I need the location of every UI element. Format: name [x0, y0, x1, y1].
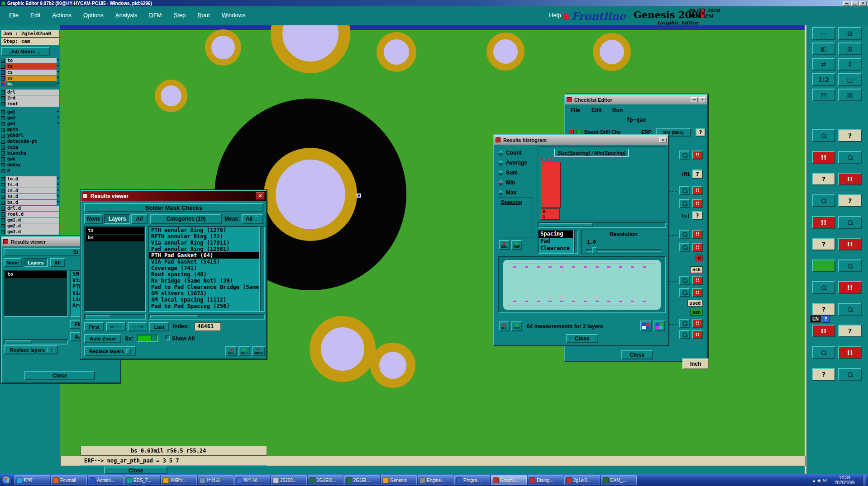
- layer-name[interactable]: cs: [6, 70, 57, 75]
- toolbar-magnifier-button[interactable]: [838, 151, 862, 164]
- os-window-titlebar[interactable]: Graphic Editor 9.07b2 (00@HY-HYCAM-PC185…: [0, 0, 868, 6]
- layer-name[interactable]: gm1.d: [6, 217, 59, 223]
- layer-row-gm2[interactable]: gm2*: [1, 115, 59, 121]
- layer-visibility-checkbox[interactable]: [1, 59, 5, 63]
- toolbar-magnifier-button[interactable]: [838, 216, 862, 229]
- layer-row-to.d[interactable]: to.d*: [1, 176, 59, 182]
- layer-row-dwk[interactable]: dwk: [1, 156, 59, 162]
- layer-name[interactable]: datecode-pt: [6, 139, 59, 144]
- h-scrollbar[interactable]: [4, 339, 68, 344]
- layers-grid-button[interactable]: [653, 321, 665, 331]
- magnifier-button[interactable]: [679, 243, 690, 252]
- toolbar-button[interactable]: ▤: [812, 89, 835, 101]
- scroll-thumb[interactable]: [150, 315, 199, 318]
- undo-button[interactable]: ↶ UNDO: [252, 346, 265, 356]
- filter-layers-button[interactable]: Layers: [104, 214, 130, 224]
- tray-icon[interactable]: ✉: [823, 478, 827, 483]
- toolbar-button[interactable]: ◧: [812, 42, 835, 55]
- toolbar-magnifier-button[interactable]: [838, 260, 862, 272]
- layer-row-drl[interactable]: drl: [1, 90, 59, 95]
- histogram-titlebar[interactable]: Results histogram ✕: [494, 135, 668, 145]
- ime-help-icon[interactable]: ?: [822, 315, 830, 323]
- toolbar-button[interactable]: ⊡: [838, 27, 862, 40]
- layer-name[interactable]: gm1: [6, 109, 57, 115]
- nav-prev-button[interactable]: <---: [106, 322, 126, 331]
- toolbar-magnifier-button[interactable]: [812, 346, 835, 359]
- viewer1-category[interactable]: SM local spacing (1112): [149, 297, 259, 303]
- toolbar-help-button[interactable]: ?: [838, 325, 862, 337]
- layer-row-2rd[interactable]: 2rd: [1, 95, 59, 101]
- stat-average[interactable]: Average: [499, 158, 527, 168]
- layer-name[interactable]: ss: [6, 75, 57, 81]
- layer-visibility-checkbox[interactable]: [1, 195, 5, 199]
- filter-all-button[interactable]: All: [50, 258, 65, 267]
- layer-visibility-checkbox[interactable]: [1, 146, 5, 150]
- viewer1-close-button[interactable]: Close: [104, 467, 167, 474]
- layer-name[interactable]: dwk: [6, 156, 59, 162]
- layer-row-d[interactable]: d: [1, 168, 59, 174]
- filter-all-button[interactable]: All: [131, 214, 148, 224]
- menubar-red-button[interactable]: [701, 9, 705, 13]
- alarm-button[interactable]: !!: [692, 319, 703, 328]
- alarm-button[interactable]: !!: [692, 288, 703, 297]
- taskbar-clock[interactable]: 14:34 2020/10/9: [830, 475, 859, 485]
- taskbar-item[interactable]: Genesis: [381, 475, 417, 485]
- layer-visibility-checkbox[interactable]: [1, 224, 5, 228]
- measure-list[interactable]: SpacingPadClearance: [538, 230, 574, 254]
- layer-row-ts.d[interactable]: ts.d*: [1, 182, 59, 188]
- index-value-field[interactable]: 46461: [195, 322, 221, 331]
- taskbar-item[interactable]: 钉钉: [14, 475, 50, 485]
- toolbar-alarm-button[interactable]: !!: [838, 173, 862, 185]
- alarm-button[interactable]: !!: [692, 151, 703, 160]
- v-scrollbar[interactable]: [260, 226, 265, 312]
- filter-none-button[interactable]: None: [84, 214, 103, 224]
- layer-name[interactable]: mpth: [6, 127, 59, 132]
- toolbar-alarm-button[interactable]: !!: [812, 216, 835, 229]
- layer-visibility-checkbox[interactable]: [1, 177, 5, 181]
- resolution-value[interactable]: 1.0: [587, 239, 596, 245]
- categories-header[interactable]: Categories (19): [150, 214, 222, 224]
- toolbar-button[interactable]: ⊞: [838, 42, 862, 55]
- layer-name[interactable]: cs.d: [6, 188, 57, 193]
- layer-visibility-checkbox[interactable]: [1, 65, 5, 69]
- toolbar-help-button[interactable]: ?: [812, 173, 835, 185]
- layer-visibility-checkbox[interactable]: [1, 189, 5, 193]
- job-matrix-button[interactable]: Job Matrix ...: [1, 47, 50, 56]
- alarm-button[interactable]: !!: [692, 243, 703, 252]
- repair-button[interactable]: REP: [511, 321, 522, 331]
- toolbar-help-button[interactable]: ?: [812, 303, 835, 316]
- layer-visibility-checkbox[interactable]: [1, 163, 5, 167]
- viewer1-category[interactable]: Pad to Pad Clearance Bridge (Same: [149, 284, 259, 290]
- layer-name[interactable]: ss.d: [6, 194, 57, 199]
- viewer2-replace-layers-button[interactable]: Replace layers: [4, 345, 58, 354]
- toolbar-magnifier-button[interactable]: [812, 281, 835, 294]
- viewer1-category[interactable]: Via annular Ring (17811): [149, 240, 259, 246]
- viewer1-category[interactable]: No bridge (Same Net) (39): [149, 278, 259, 284]
- layer-visibility-checkbox[interactable]: [1, 110, 5, 114]
- nav-next-button[interactable]: --->: [128, 322, 148, 331]
- layer-name[interactable]: rout.d: [6, 212, 59, 217]
- toolbar-alarm-button[interactable]: !!: [812, 151, 835, 164]
- units-inch-button[interactable]: Inch: [682, 359, 709, 369]
- taskbar-item[interactable]: Foxmail: [51, 475, 87, 485]
- layer-row-gm3.d[interactable]: gm3.d: [1, 229, 59, 235]
- viewer1-category-list[interactable]: PTH annular Ring (1276)NPTH annular Ring…: [148, 226, 260, 312]
- taskbar-item[interactable]: EDS_T...: [124, 475, 160, 485]
- filter-layers-button[interactable]: Layers: [24, 258, 48, 267]
- filter-none-button[interactable]: None: [4, 258, 22, 267]
- layer-visibility-checkbox[interactable]: [1, 122, 5, 126]
- toolbar-magnifier-button[interactable]: [838, 303, 862, 316]
- layer-row-cs[interactable]: cs*: [1, 70, 59, 75]
- toolbar-alarm-button[interactable]: !!: [838, 281, 862, 294]
- layer-name[interactable]: gm2: [6, 115, 57, 121]
- meas-dropdown[interactable]: All: [242, 214, 263, 224]
- help-button[interactable]: ?: [692, 211, 703, 220]
- layer-row-dwkby[interactable]: dwkby: [1, 162, 59, 168]
- menu-actions[interactable]: Actions: [52, 12, 72, 19]
- sv-toggle[interactable]: [137, 335, 158, 342]
- alarm-button[interactable]: !!: [692, 330, 703, 339]
- nav-first-button[interactable]: First: [84, 322, 104, 331]
- layer-name[interactable]: gm2.d: [6, 223, 59, 229]
- stat-count[interactable]: Count: [499, 148, 527, 158]
- layer-visibility-checkbox[interactable]: [1, 82, 5, 86]
